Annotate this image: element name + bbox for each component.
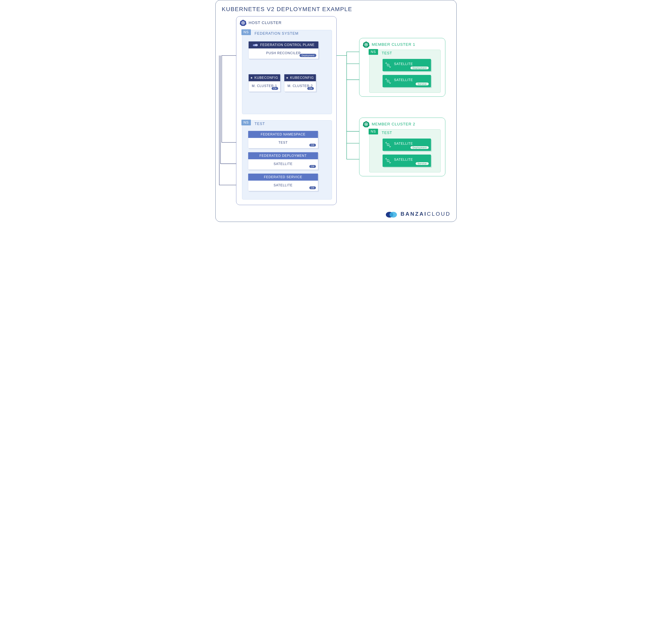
banzaicloud-icon bbox=[385, 210, 398, 218]
brand-rest: CLOUD bbox=[427, 211, 451, 217]
kubernetes-icon bbox=[363, 121, 370, 128]
brand-text: BANZAICLOUD bbox=[401, 211, 451, 217]
svg-marker-9 bbox=[286, 77, 288, 78]
card-header: FEDERATED DEPLOYMENT bbox=[248, 152, 318, 159]
host-cluster-title: HOST CLUSTER bbox=[240, 19, 282, 26]
pill-cr: CR bbox=[309, 165, 316, 168]
pill-service: Service bbox=[415, 162, 429, 165]
satellite-icon bbox=[385, 141, 391, 148]
sat-name: SATELLITE bbox=[394, 158, 413, 161]
card-header-text: FEDERATED DEPLOYMENT bbox=[260, 154, 307, 158]
card-header: FEDERATION CONTROL PLANE bbox=[249, 41, 318, 48]
card-header: KUBECONFIG bbox=[249, 74, 280, 81]
card-header: FEDERATED SERVICE bbox=[248, 174, 318, 181]
ns-tag: NS bbox=[369, 129, 378, 134]
brand-bold: BANZAI bbox=[401, 211, 427, 217]
federated-service-card: FEDERATED SERVICE SATELLITE CR bbox=[248, 174, 318, 191]
svg-line-37 bbox=[386, 159, 387, 160]
svg-rect-31 bbox=[387, 144, 389, 146]
satellite-icon bbox=[385, 78, 391, 84]
ns-label: FEDERATION SYSTEM bbox=[255, 31, 298, 36]
card-header-text: FEDERATION CONTROL PLANE bbox=[260, 43, 315, 47]
svg-line-18 bbox=[389, 66, 390, 67]
card-body: M. CLUSTER-1 CR bbox=[249, 81, 280, 92]
pill-deployment: Deployment bbox=[410, 146, 429, 149]
member-cluster-title: MEMBER CLUSTER 1 bbox=[363, 41, 415, 48]
sat-name: SATELLITE bbox=[394, 62, 413, 66]
sat-name: SATELLITE bbox=[394, 142, 413, 145]
member-cluster-title-text: MEMBER CLUSTER 1 bbox=[372, 42, 415, 47]
sat-name: SATELLITE bbox=[394, 78, 413, 82]
card-header-text: FEDERATED SERVICE bbox=[264, 175, 302, 179]
card-body-text: PUSH RECONCILER bbox=[266, 51, 301, 55]
card-header-text: FEDERATED NAMESPACE bbox=[261, 132, 305, 136]
card-header: KUBECONFIG bbox=[284, 74, 316, 81]
svg-rect-16 bbox=[387, 64, 389, 66]
satellite-service-card: SATELLITE Service bbox=[383, 154, 431, 167]
kubeconfig-2-card: KUBECONFIG M. CLUSTER-2 CR bbox=[284, 74, 316, 92]
card-body: SATELLITE CR bbox=[248, 159, 318, 170]
svg-line-32 bbox=[386, 143, 387, 144]
ns-test-host: NS TEST FEDERATED NAMESPACE TEST CR FEDE… bbox=[242, 120, 332, 200]
member-cluster-1: MEMBER CLUSTER 1 NS TEST SATELLITE Deplo… bbox=[359, 38, 445, 97]
pill-cr: CR bbox=[309, 186, 316, 189]
card-body-text: SATELLITE bbox=[274, 184, 292, 187]
member-cluster-title: MEMBER CLUSTER 2 bbox=[363, 121, 415, 128]
host-cluster-title-text: HOST CLUSTER bbox=[249, 20, 282, 25]
ns-tag: NS bbox=[242, 29, 251, 35]
host-cluster: HOST CLUSTER NS FEDERATION SYSTEM FEDERA… bbox=[236, 16, 337, 205]
card-body: TEST CR bbox=[248, 138, 318, 148]
svg-line-22 bbox=[386, 79, 387, 80]
member-cluster-title-text: MEMBER CLUSTER 2 bbox=[372, 122, 415, 126]
pill-cr: CR bbox=[307, 87, 314, 90]
diagram-canvas: KUBERNETES V2 DEPLOYMENT EXAMPLE bbox=[216, 0, 456, 222]
ns-tag: NS bbox=[242, 120, 251, 125]
card-body: M. CLUSTER-2 CR bbox=[284, 81, 316, 92]
kubernetes-icon bbox=[286, 76, 288, 80]
svg-point-6 bbox=[255, 44, 258, 46]
card-header-text: KUBECONFIG bbox=[290, 76, 314, 80]
ns-test-member1: NS TEST SATELLITE Deployment SATELLITE S… bbox=[369, 50, 441, 93]
pill-deployment: Deployment bbox=[410, 66, 429, 70]
svg-line-17 bbox=[386, 63, 387, 64]
svg-line-23 bbox=[389, 82, 390, 83]
pill-service: Service bbox=[415, 82, 429, 86]
brand-logo: BANZAICLOUD bbox=[385, 210, 451, 218]
card-header: FEDERATED NAMESPACE bbox=[248, 131, 318, 138]
satellite-deployment-card: SATELLITE Deployment bbox=[383, 138, 431, 151]
federation-control-plane-card: FEDERATION CONTROL PLANE PUSH RECONCILER… bbox=[248, 41, 318, 59]
ns-label: TEST bbox=[382, 131, 392, 135]
kubernetes-icon bbox=[363, 41, 370, 48]
pill-deployment: Deployment bbox=[299, 54, 316, 57]
satellite-deployment-card: SATELLITE Deployment bbox=[383, 59, 431, 71]
kubeconfig-1-card: KUBECONFIG M. CLUSTER-1 CR bbox=[248, 74, 280, 92]
ns-federation-system: NS FEDERATION SYSTEM FEDERATION CONTROL … bbox=[242, 30, 332, 114]
ns-test-member2: NS TEST SATELLITE Deployment SATELLITE S… bbox=[369, 129, 441, 173]
satellite-service-card: SATELLITE Service bbox=[383, 75, 431, 87]
federated-deployment-card: FEDERATED DEPLOYMENT SATELLITE CR bbox=[248, 152, 318, 170]
card-body-text: TEST bbox=[279, 141, 288, 144]
satellite-icon bbox=[385, 62, 391, 68]
federated-namespace-card: FEDERATED NAMESPACE TEST CR bbox=[248, 131, 318, 148]
svg-line-38 bbox=[389, 162, 390, 163]
satellite-icon bbox=[385, 158, 391, 164]
cloud-icon bbox=[253, 43, 258, 46]
card-header-text: KUBECONFIG bbox=[254, 76, 278, 80]
svg-rect-36 bbox=[387, 160, 389, 162]
card-body-text: SATELLITE bbox=[274, 162, 292, 166]
member-cluster-2: MEMBER CLUSTER 2 NS TEST SATELLITE Deplo… bbox=[359, 118, 445, 176]
ns-label: TEST bbox=[382, 51, 392, 56]
kubernetes-icon bbox=[240, 19, 247, 26]
svg-rect-21 bbox=[387, 80, 389, 82]
pill-cr: CR bbox=[309, 144, 316, 146]
svg-marker-7 bbox=[251, 77, 252, 78]
svg-line-33 bbox=[389, 146, 390, 147]
diagram-title: KUBERNETES V2 DEPLOYMENT EXAMPLE bbox=[222, 6, 352, 12]
card-body: PUSH RECONCILER Deployment bbox=[249, 48, 318, 59]
card-body: SATELLITE CR bbox=[248, 181, 318, 191]
svg-point-42 bbox=[390, 212, 397, 218]
ns-label: TEST bbox=[255, 122, 265, 126]
ns-tag: NS bbox=[369, 49, 378, 55]
pill-cr: CR bbox=[272, 87, 278, 90]
kubernetes-icon bbox=[251, 76, 252, 80]
